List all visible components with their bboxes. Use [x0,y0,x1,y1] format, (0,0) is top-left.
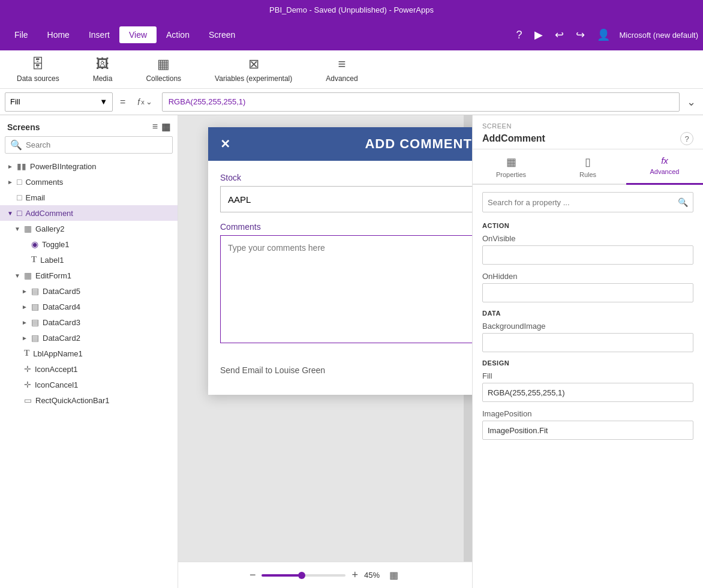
search-input[interactable] [26,140,167,149]
help-icon[interactable]: ? [513,26,524,44]
dialog-title: ADD COMMENTS [365,136,472,152]
tree-item-rectquickaction[interactable]: ► ▭ RectQuickActionBar1 [0,392,178,408]
icon-datacard4: ▤ [31,302,39,311]
tree-item-addcomment[interactable]: ▼ □ AddComment [0,205,178,221]
property-input-onhidden[interactable] [482,283,693,302]
label-gallery2: Gallery2 [35,224,64,233]
tree-item-editform1[interactable]: ▼ ▦ EditForm1 [0,268,178,283]
arrow-datacard4: ► [22,304,29,310]
fx-text: f [137,97,140,107]
tree-item-gallery2[interactable]: ▼ ▦ Gallery2 [0,221,178,236]
screens-title: Screens [7,122,40,132]
fx-chevron: ⌄ [146,97,152,106]
ribbon-media[interactable]: 🖼 Media [86,54,120,85]
right-tabs: ▦ Properties ▯ Rules fx Advanced [473,149,703,185]
tree-item-datacard2[interactable]: ► ▤ DataCard2 [0,330,178,346]
ribbon-variables-label: Variables (experimental) [215,74,292,83]
tree-item-datacard5[interactable]: ► ▤ DataCard5 [0,283,178,299]
property-row-backgroundimage: BackgroundImage [482,322,693,352]
tree-item-iconaccept1[interactable]: ► ✛ IconAccept1 [0,361,178,377]
rules-tab-icon: ▯ [585,155,591,169]
comments-textarea[interactable] [220,235,472,343]
ribbon-advanced[interactable]: ≡ Advanced [319,54,365,85]
property-input-backgroundimage[interactable] [482,333,693,352]
property-input-imageposition[interactable] [482,421,693,440]
media-icon: 🖼 [96,56,109,72]
formula-input[interactable] [162,92,680,112]
properties-tab-label: Properties [496,171,526,178]
tree-item-iconcancel1[interactable]: ► ✛ IconCancel1 [0,377,178,392]
screen-label: SCREEN [482,122,693,130]
property-search-icon: 🔍 [678,197,688,207]
tab-advanced[interactable]: fx Advanced [626,149,703,185]
icon-email: □ [17,193,22,202]
menu-insert[interactable]: Insert [79,26,119,43]
menu-screen[interactable]: Screen [199,26,245,43]
icon-datacard3: ▤ [31,317,39,327]
undo-icon[interactable]: ↩ [552,26,566,44]
tree-item-label1[interactable]: ► T Label1 [0,252,178,268]
property-input-fill[interactable] [482,383,693,402]
tree-item-powerbi[interactable]: ► ▮▮ PowerBIIntegration [0,158,178,174]
tree-item-comments[interactable]: ► □ Comments [0,174,178,190]
ribbon-collections-label: Collections [146,74,181,83]
equals-sign: = [118,97,128,107]
redo-icon[interactable]: ↪ [573,26,587,44]
ribbon-collections[interactable]: ▦ Collections [139,54,188,85]
icon-iconaccept1: ✛ [24,364,31,374]
zoom-in-button[interactable]: + [352,569,358,581]
list-view-icon[interactable]: ≡ [152,121,158,133]
label-datacard3: DataCard3 [43,318,80,327]
zoom-slider[interactable] [262,574,346,577]
label-addcomment: AddComment [25,209,73,218]
icon-powerbi: ▮▮ [17,161,26,171]
grid-view-icon[interactable]: ▦ [161,121,170,133]
label-comments: Comments [25,178,63,187]
tree-item-datacard3[interactable]: ► ▤ DataCard3 [0,314,178,330]
tree-item-toggle1[interactable]: ► ◉ Toggle1 [0,236,178,252]
menu-view[interactable]: View [119,26,157,43]
dropdown-arrow: ▼ [100,97,107,106]
search-box: 🔍 [5,136,173,154]
icon-toggle1: ◉ [31,239,38,249]
advanced-tab-label: Advanced [650,168,680,175]
arrow-editform1: ▼ [14,272,22,279]
tree-item-email[interactable]: ► □ Email [0,190,178,205]
ribbon-variables[interactable]: ⊠ Variables (experimental) [208,54,299,85]
properties-tab-icon: ▦ [506,155,516,169]
arrow-datacard5: ► [22,288,29,295]
icon-iconcancel1: ✛ [24,380,31,389]
label-iconaccept1: IconAccept1 [35,365,78,374]
menu-file[interactable]: File [5,26,38,43]
label-powerbi: PowerBIIntegration [30,162,97,171]
tree-item-lblappname1[interactable]: ► T LblAppName1 [0,346,178,361]
title-bar: PBI_Demo - Saved (Unpublished) - PowerAp… [0,0,703,19]
property-input-onvisible[interactable] [482,245,693,265]
dialog-close-button[interactable]: ✕ [220,137,231,151]
tree-item-datacard4[interactable]: ► ▤ DataCard4 [0,299,178,314]
zoom-controls: − + 45% [250,569,380,581]
ribbon-data-sources[interactable]: 🗄 Data sources [10,54,67,85]
play-icon[interactable]: ▶ [532,26,545,44]
zoom-out-button[interactable]: − [250,569,256,581]
formula-bar: Fill ▼ = f x ⌄ ⌄ [0,89,703,115]
tab-rules[interactable]: ▯ Rules [549,149,626,185]
property-label-onhidden: OnHidden [482,272,693,281]
zoom-percent: 45% [364,571,380,580]
property-dropdown[interactable]: Fill ▼ [5,92,113,112]
collections-icon: ▦ [157,56,170,72]
menu-action[interactable]: Action [157,26,199,43]
icon-gallery2: ▦ [24,224,32,233]
property-search-input[interactable] [488,198,678,207]
user-icon[interactable]: 👤 [594,26,612,44]
tab-properties[interactable]: ▦ Properties [473,149,549,185]
formula-expand-icon[interactable]: ⌄ [684,93,698,111]
advanced-icon: ≡ [338,56,346,72]
stock-value: AAPL [228,194,251,205]
left-panel: Screens ≡ ▦ 🔍 ► ▮▮ PowerBIIntegration ► … [0,115,178,588]
ribbon-advanced-label: Advanced [326,74,357,83]
menu-home[interactable]: Home [38,26,79,43]
fit-screen-button[interactable]: ▦ [387,567,401,583]
stock-select[interactable]: AAPL ▼ [220,186,472,212]
help-button[interactable]: ? [680,132,693,145]
